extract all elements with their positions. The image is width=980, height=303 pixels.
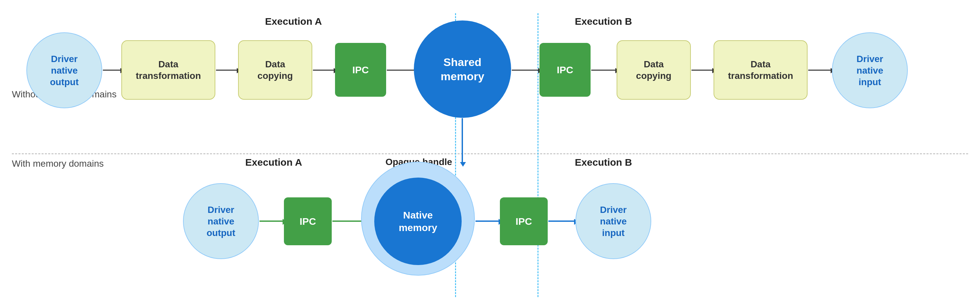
ipc-3: IPC (284, 198, 332, 245)
right-vline (538, 13, 538, 297)
driver-native-output-top: Drivernativeoutput (26, 32, 102, 108)
data-transformation-2: Datatransformation (714, 40, 808, 100)
arrow-8 (808, 70, 831, 71)
native-memory: Nativememory (374, 178, 461, 265)
exec-a-top-label: Execution A (251, 16, 336, 27)
arrow-b2 (332, 220, 364, 222)
data-copying-1: Datacopying (238, 40, 312, 100)
arrow-7 (692, 70, 713, 71)
driver-native-output-bottom: Drivernativeoutput (183, 183, 259, 259)
driver-native-input-bottom: Drivernativeinput (575, 183, 651, 259)
ipc-2: IPC (539, 43, 590, 97)
with-label: With memory domains (12, 158, 104, 169)
arrow-4 (387, 70, 418, 71)
ipc-1: IPC (335, 43, 386, 97)
arrow-b3 (476, 220, 499, 222)
exec-b-top-label: Execution B (560, 16, 646, 27)
arrow-b1 (259, 220, 283, 222)
exec-b-bottom-label: Execution B (560, 157, 646, 168)
arrow-2 (216, 70, 237, 71)
arrow-b4 (548, 220, 575, 222)
arrow-6 (591, 70, 616, 71)
arrow-1 (103, 70, 121, 71)
shared-to-native-arrow (461, 118, 463, 163)
ipc-4: IPC (500, 198, 548, 245)
shared-memory: Sharedmemory (414, 21, 511, 118)
arrow-3 (313, 70, 334, 71)
data-transformation-1: Datatransformation (121, 40, 215, 100)
diagram-container: Without memory domains With memory domai… (0, 0, 980, 303)
exec-a-bottom-label: Execution A (231, 157, 317, 168)
arrow-5 (512, 70, 539, 71)
section-divider (12, 153, 968, 154)
driver-native-input-top: Drivernativeinput (832, 32, 908, 108)
data-copying-2: Datacopying (617, 40, 691, 100)
